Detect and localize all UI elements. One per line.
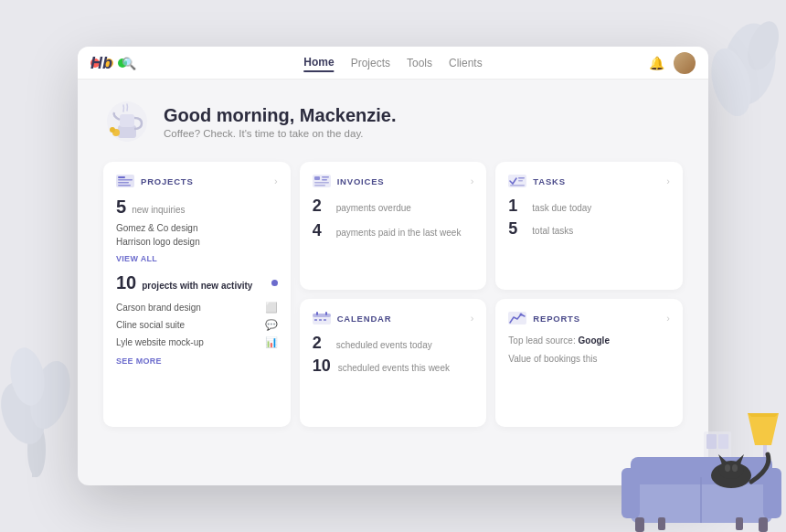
paid-row: 4 payments paid in the last week <box>313 221 474 240</box>
svg-rect-33 <box>319 319 322 321</box>
svg-rect-19 <box>314 176 320 180</box>
reports-lead-source: Top lead source: Google <box>508 334 670 348</box>
calendar-chevron[interactable]: › <box>471 313 474 324</box>
see-more-link[interactable]: SEE MORE <box>116 356 278 366</box>
activity-name-1: Carson brand design <box>116 303 201 313</box>
svg-rect-16 <box>118 182 129 184</box>
invoices-card-header: INVOICES › <box>313 175 474 187</box>
svg-rect-4 <box>32 450 37 477</box>
projects-card: PROJECTS › 5 new inquiries Gomez & Co de… <box>103 162 291 427</box>
svg-rect-30 <box>316 312 318 315</box>
new-inquiries-label: new inquiries <box>132 205 185 215</box>
dashboard-grid: PROJECTS › 5 new inquiries Gomez & Co de… <box>103 162 683 427</box>
svg-rect-43 <box>718 434 728 449</box>
tasks-title-group: TASKS <box>508 175 566 187</box>
svg-rect-32 <box>314 319 317 321</box>
activity-indicator <box>271 280 278 286</box>
activity-icon-2: 💬 <box>265 319 278 331</box>
greeting-text: Good morning, Mackenzie. <box>164 105 396 126</box>
project-item-1[interactable]: Gomez & Co design <box>116 221 278 235</box>
hero-section: Good morning, Mackenzie. Coffee? Check. … <box>103 98 683 145</box>
svg-rect-21 <box>322 179 327 181</box>
calendar-card: CALENDAR › 2 scheduled events today 10 s… <box>300 299 487 427</box>
svg-rect-51 <box>658 517 665 530</box>
svg-point-36 <box>520 314 523 316</box>
activity-item-2[interactable]: Cline social suite 💬 <box>116 316 278 334</box>
hero-text: Good morning, Mackenzie. Coffee? Check. … <box>164 105 396 139</box>
paid-label: payments paid in the last week <box>336 228 462 238</box>
svg-point-58 <box>732 464 738 472</box>
total-count: 5 <box>508 219 525 239</box>
search-icon[interactable]: 🔍 <box>122 57 136 70</box>
calendar-title: CALENDAR <box>337 314 392 324</box>
activity-count: 10 <box>116 272 136 293</box>
deco-right-top <box>704 18 786 137</box>
bookings-label: Value of bookings this <box>508 354 597 364</box>
due-count: 1 <box>508 197 525 216</box>
nav-clients[interactable]: Clients <box>449 55 483 71</box>
projects-card-header: PROJECTS › <box>116 175 278 187</box>
activity-icon-1: ⬜ <box>265 302 278 314</box>
invoices-title-group: INVOICES <box>313 175 385 187</box>
reports-title-group: REPORTS <box>508 312 580 325</box>
paid-count: 4 <box>313 221 329 240</box>
nav-tools[interactable]: Tools <box>407 55 432 71</box>
projects-chevron[interactable]: › <box>274 176 278 186</box>
svg-rect-25 <box>518 177 525 179</box>
overdue-row: 2 payments overdue <box>313 197 474 216</box>
view-all-link[interactable]: VIEW ALL <box>116 254 278 263</box>
svg-rect-46 <box>621 468 640 518</box>
hero-illustration <box>103 98 151 145</box>
projects-title: PROJECTS <box>141 176 194 186</box>
svg-rect-34 <box>324 319 326 321</box>
svg-marker-38 <box>748 413 779 445</box>
topbar-left: Hb 🔍 <box>90 54 136 73</box>
deco-left <box>0 331 73 477</box>
invoices-chevron[interactable]: › <box>471 176 474 186</box>
tasks-icon <box>508 175 526 187</box>
lead-source-value: Google <box>579 335 610 346</box>
nav-projects[interactable]: Projects <box>351 55 390 71</box>
activity-item-3[interactable]: Lyle website mock-up 📊 <box>116 334 278 351</box>
svg-marker-39 <box>748 413 779 417</box>
activity-header: 10 projects with new activity <box>116 272 278 293</box>
activity-item-1[interactable]: Carson brand design ⬜ <box>116 299 278 316</box>
invoices-title: INVOICES <box>337 176 385 186</box>
overdue-count: 2 <box>313 197 329 216</box>
svg-rect-20 <box>322 176 329 178</box>
notification-icon[interactable]: 🔔 <box>649 56 664 70</box>
today-count: 2 <box>313 334 329 353</box>
reports-chevron[interactable]: › <box>666 313 670 324</box>
svg-rect-17 <box>118 185 131 186</box>
reports-bookings: Value of bookings this <box>508 352 670 367</box>
overdue-label: payments overdue <box>336 203 411 213</box>
activity-name-3: Lyle website mock-up <box>116 337 204 347</box>
due-today-row: 1 task due today <box>508 197 670 216</box>
svg-rect-47 <box>763 468 781 518</box>
nav-home[interactable]: Home <box>303 54 334 72</box>
reports-card-header: REPORTS › <box>508 312 670 325</box>
tasks-card: TASKS › 1 task due today 5 total tasks <box>495 162 683 290</box>
tasks-title: TASKS <box>533 176 566 186</box>
avatar[interactable] <box>674 52 696 74</box>
nav-right: 🔔 <box>649 52 696 74</box>
tasks-card-header: TASKS › <box>508 175 670 187</box>
reports-title: REPORTS <box>533 314 580 324</box>
svg-rect-22 <box>314 182 329 184</box>
reports-icon <box>508 312 526 325</box>
tasks-chevron[interactable]: › <box>666 176 670 186</box>
nav-center: Home Projects Tools Clients <box>303 54 482 72</box>
svg-rect-31 <box>325 312 327 315</box>
invoices-card: INVOICES › 2 payments overdue 4 payments… <box>300 162 487 290</box>
svg-rect-9 <box>118 125 136 138</box>
logo[interactable]: Hb <box>90 54 112 73</box>
svg-rect-23 <box>314 185 325 186</box>
invoices-icon <box>313 175 331 187</box>
svg-rect-15 <box>118 179 133 181</box>
project-item-2[interactable]: Harrison logo design <box>116 235 278 249</box>
svg-rect-50 <box>759 517 768 532</box>
svg-rect-52 <box>736 517 743 530</box>
activity-icon-3: 📊 <box>265 336 278 348</box>
due-label: task due today <box>532 203 591 213</box>
new-inquiries-row: 5 new inquiries <box>116 197 278 218</box>
